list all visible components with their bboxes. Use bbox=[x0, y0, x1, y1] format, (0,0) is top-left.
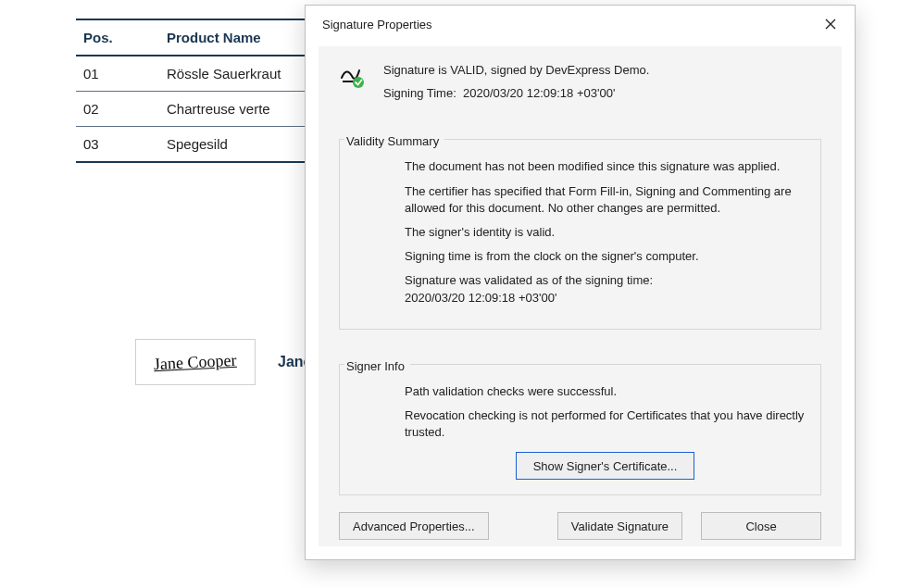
svg-point-1 bbox=[353, 77, 364, 88]
signature-handwriting: Jane Cooper bbox=[154, 350, 237, 374]
dialog-body: Signature is VALID, signed by DevExpress… bbox=[319, 46, 842, 546]
dialog-footer: Advanced Properties... Validate Signatur… bbox=[339, 512, 821, 540]
validity-text: Signature was validated as of the signin… bbox=[405, 272, 806, 306]
dialog-titlebar: Signature Properties bbox=[306, 6, 855, 37]
validity-summary-section: Validity Summary The document has not be… bbox=[339, 110, 821, 329]
valid-line: Signature is VALID, signed by DevExpress… bbox=[383, 59, 821, 82]
signer-info-text: Path validation checks were successful. bbox=[405, 383, 806, 400]
validity-summary-label: Validity Summary bbox=[344, 134, 444, 148]
cell-pos: 03 bbox=[76, 127, 159, 163]
close-button[interactable]: Close bbox=[701, 512, 821, 540]
signing-time-label: Signing Time: bbox=[383, 86, 456, 100]
dialog-title-text: Signature Properties bbox=[322, 18, 432, 31]
signature-properties-dialog: Signature Properties Signature is VALID,… bbox=[305, 5, 856, 560]
signer-info-label: Signer Info bbox=[344, 359, 410, 373]
signer-info-box: Path validation checks were successful. … bbox=[339, 364, 821, 496]
validity-text: The signer's identity is valid. bbox=[405, 224, 806, 241]
validity-summary-box: The document has not been modified since… bbox=[339, 139, 821, 329]
signing-time-value: 2020/03/20 12:09:18 +03'00' bbox=[463, 86, 615, 100]
signer-info-section: Signer Info Path validation checks were … bbox=[339, 335, 821, 496]
signature-summary-row: Signature is VALID, signed by DevExpress… bbox=[339, 59, 821, 105]
signing-time-line: Signing Time: 2020/03/20 12:09:18 +03'00… bbox=[383, 82, 821, 106]
close-icon[interactable] bbox=[816, 11, 845, 37]
col-pos: Pos. bbox=[76, 19, 159, 56]
signature-summary-text: Signature is VALID, signed by DevExpress… bbox=[383, 59, 821, 105]
validate-signature-button[interactable]: Validate Signature bbox=[557, 512, 682, 540]
validity-text: Signing time is from the clock on the si… bbox=[405, 248, 806, 265]
validity-text: The certifier has specified that Form Fi… bbox=[405, 183, 806, 217]
advanced-properties-button[interactable]: Advanced Properties... bbox=[339, 512, 489, 540]
cell-pos: 02 bbox=[76, 92, 159, 127]
signer-info-text: Revocation checking is not performed for… bbox=[405, 407, 806, 441]
signature-valid-icon bbox=[339, 59, 370, 105]
validity-text: The document has not been modified since… bbox=[405, 158, 806, 175]
signature-image[interactable]: Jane Cooper bbox=[135, 339, 256, 385]
show-signers-certificate-button[interactable]: Show Signer's Certificate... bbox=[516, 452, 695, 480]
cell-pos: 01 bbox=[76, 56, 159, 92]
